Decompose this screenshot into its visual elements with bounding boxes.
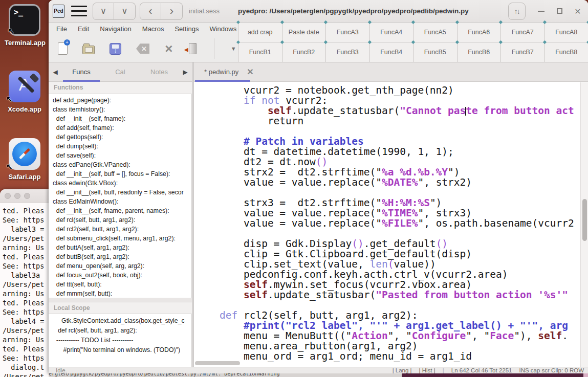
titlebar[interactable]: Ped ∨ ∨ ‹ › initial.sess pyedpro: /Users…: [49, 0, 588, 23]
code-line[interactable]: dt = datetime.datetime(1990, 1, 1);: [195, 147, 588, 157]
dropdown-button-2[interactable]: ∨: [114, 3, 136, 20]
close-file-button[interactable]: ×: [164, 42, 173, 55]
func-button-funcb8[interactable]: FuncB8: [545, 42, 588, 62]
code-line[interactable]: pedconfig.conf.keyh.acth.ctrl_v(vcurr2.a…: [195, 270, 588, 280]
func-button-funca6[interactable]: FuncA6: [458, 23, 501, 42]
revert-button[interactable]: ✕: [136, 42, 149, 55]
code-line[interactable]: return: [195, 116, 588, 126]
list-item[interactable]: def mmm(self, butt):: [53, 289, 191, 298]
code-line[interactable]: vcurr2 = notebook.get_nth_page(nn2): [195, 85, 588, 96]
code-line[interactable]: # Patch in variables: [195, 137, 588, 147]
save-button[interactable]: [110, 42, 121, 55]
list-item[interactable]: def add_page(page):: [53, 96, 191, 105]
list-item[interactable]: def rcl(self, butt, arg1, arg2):: [53, 215, 191, 225]
terminal-titlebar[interactable]: [0, 189, 49, 203]
func-button-funca7[interactable]: FuncA7: [501, 23, 545, 42]
list-item[interactable]: def __init__(self, fname, parent, names)…: [53, 206, 191, 215]
func-button-add-crap[interactable]: add crap: [238, 23, 282, 42]
list-item[interactable]: Gtk.StyleContext.add_class(box.get_style…: [53, 316, 191, 326]
traffic-light-zoom-icon[interactable]: [24, 193, 30, 199]
code-line[interactable]: value = value.replace("%FILE%", os.path.…: [195, 218, 588, 229]
list-item[interactable]: def ttt(self, butt):: [53, 280, 191, 289]
open-file-button[interactable]: [82, 42, 95, 55]
func-button-funcb6[interactable]: FuncB6: [458, 42, 501, 62]
menu-file[interactable]: File: [56, 25, 67, 33]
code-line[interactable]: menu = MenuButt(("Action", "Configure", …: [195, 331, 588, 341]
func-button-funcb7[interactable]: FuncB7: [501, 42, 545, 62]
list-item[interactable]: class EdMainWindow():: [53, 197, 191, 206]
list-item[interactable]: def __init__(self, buff = [], focus = Fa…: [53, 169, 191, 179]
hamburger-menu-icon[interactable]: [71, 3, 87, 19]
toolbar-overflow-button[interactable]: ▼: [229, 42, 238, 55]
maximize-icon[interactable]: [557, 8, 562, 14]
code-line[interactable]: if not vcurr2:: [195, 96, 588, 106]
menu-settings[interactable]: Settings: [175, 25, 199, 33]
desktop-icon-xcode[interactable]: A ↖ Xcode.app: [5, 71, 45, 113]
code-line[interactable]: [195, 188, 588, 198]
code-line[interactable]: strx2 = dt2.strftime("%a %d.%b.%Y"): [195, 167, 588, 178]
list-item[interactable]: def submenu_click(self, menu, arg1, arg2…: [53, 234, 191, 243]
code-line[interactable]: dt2 = dt.now(): [195, 157, 588, 167]
func-button-funca3[interactable]: FuncA3: [326, 23, 369, 42]
code-line[interactable]: menu_ord = arg1_ord; menu_id = arg1_id: [195, 351, 588, 362]
list-item[interactable]: def save(self):: [53, 151, 191, 160]
list-item[interactable]: class itemhistory():: [53, 105, 191, 114]
func-button-funcb4[interactable]: FuncB4: [370, 42, 413, 62]
list-item[interactable]: def buttA(self, arg1, arg2):: [53, 243, 191, 252]
code-line[interactable]: #print("rcl2 label", "'" + arg1.get_labe…: [195, 321, 588, 331]
code-line[interactable]: self.update_statusbar("Cannot paste from…: [195, 106, 588, 116]
func-button-funcb2[interactable]: FuncB2: [282, 42, 326, 62]
code-line[interactable]: self.mywin.set_focus(vcurr2.vbox.area): [195, 280, 588, 290]
func-button-paste-date[interactable]: Paste date: [282, 23, 326, 42]
code-line[interactable]: [195, 126, 588, 137]
list-item[interactable]: def focus_out2(self, book, obj):: [53, 271, 191, 280]
traffic-light-minimize-icon[interactable]: [14, 193, 20, 199]
tab-funcs[interactable]: Funcs: [62, 68, 101, 76]
code-area[interactable]: vcurr2 = notebook.get_nth_page(nn2) if n…: [194, 82, 588, 367]
pane-divider[interactable]: [49, 298, 192, 302]
menu-windows[interactable]: Windows: [209, 25, 236, 33]
menu-macros[interactable]: Macros: [142, 25, 164, 33]
horizontal-scrollbar-thumb[interactable]: [195, 361, 240, 365]
code-line[interactable]: clip = Gtk.Clipboard.get_default(disp): [195, 249, 588, 259]
list-item[interactable]: class edPane(Gtk.VPaned):: [53, 160, 191, 169]
code-line[interactable]: clip.set_text(value, len(value)): [195, 259, 588, 270]
exit-button[interactable]: [188, 42, 197, 55]
menu-edit[interactable]: Edit: [78, 25, 89, 33]
vertical-scrollbar-thumb[interactable]: [582, 199, 587, 241]
list-item[interactable]: def rcl2(self, butt, arg1, arg2):: [53, 225, 191, 234]
list-item[interactable]: def add(self, fname):: [53, 123, 191, 132]
func-button-funca8[interactable]: FuncA8: [545, 23, 588, 42]
tab-cal[interactable]: Cal: [101, 68, 140, 76]
background-terminal-window[interactable]: ted. PleasSee: https label3 =/Users/peta…: [0, 189, 49, 377]
code-line[interactable]: [195, 229, 588, 239]
desktop-icon-safari[interactable]: ↖ Safari.app: [5, 138, 45, 181]
tab-notes[interactable]: Notes: [140, 68, 179, 76]
traffic-light-close-icon[interactable]: [5, 193, 11, 199]
code-line[interactable]: def rcl2(self, butt, arg1, arg2):: [195, 311, 588, 321]
func-button-funcb1[interactable]: FuncB1: [238, 42, 282, 62]
tab-scroll-left-icon[interactable]: ◀: [49, 69, 62, 76]
list-item[interactable]: def rcl(self, butt, arg1, arg2):: [53, 326, 191, 336]
code-line[interactable]: self.update_statusbar("Pasted from butto…: [195, 290, 588, 300]
tab-scroll-right-icon[interactable]: ▶: [179, 69, 192, 76]
func-button-funcb5[interactable]: FuncB5: [413, 42, 457, 62]
code-line[interactable]: value = value.replace("%DATE%", strx2): [195, 178, 588, 188]
tab-close-icon[interactable]: ✕: [247, 67, 253, 77]
editor-tab-pedwin[interactable]: * pedwin.py: [204, 68, 238, 76]
status-hist[interactable]: | Hist |: [419, 367, 435, 373]
back-button[interactable]: ‹: [140, 3, 161, 20]
list-item[interactable]: def dump(self):: [53, 142, 191, 151]
desktop-icon-terminal[interactable]: >_ ↖ Terminal.app: [5, 4, 45, 47]
forward-button[interactable]: ›: [161, 3, 183, 20]
list-item[interactable]: ----------- TODO List ----------: [53, 336, 191, 345]
func-button-funca4[interactable]: FuncA4: [370, 23, 413, 42]
list-item[interactable]: #print("No terminal on windows. (TODO)"): [53, 345, 191, 355]
close-icon[interactable]: ×: [575, 6, 581, 16]
list-item[interactable]: def menu_open(self, arg, arg2):: [53, 261, 191, 271]
code-line[interactable]: value = value.replace("%TIME%", strx3): [195, 208, 588, 218]
list-item[interactable]: def gettops(self):: [53, 132, 191, 142]
status-lang[interactable]: | Lang |: [393, 367, 412, 373]
code-line[interactable]: disp = Gdk.Display().get_default(): [195, 239, 588, 249]
minimize-icon[interactable]: [538, 11, 545, 12]
